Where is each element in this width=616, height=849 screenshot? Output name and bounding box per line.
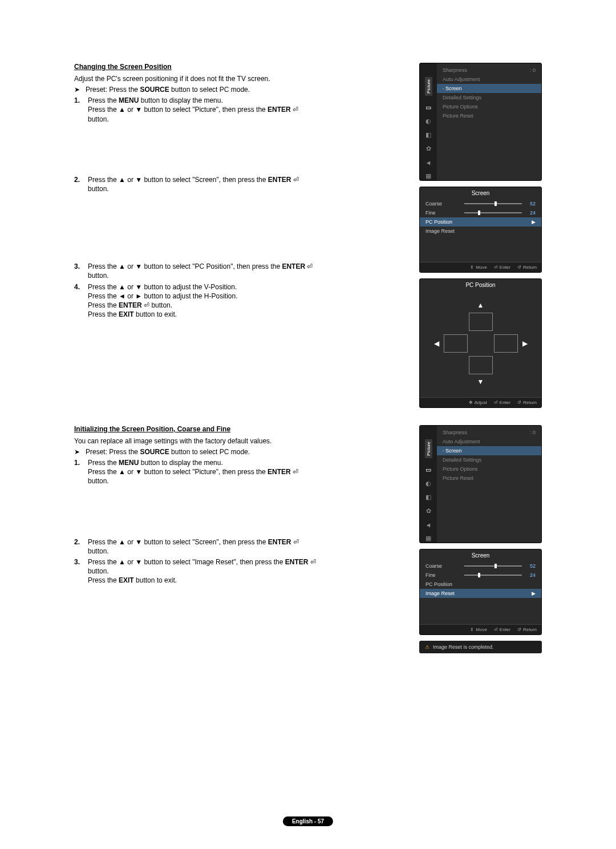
picture-icon[interactable]: ▭ <box>424 466 432 474</box>
osd-item-picture-options[interactable]: Picture Options <box>437 464 541 474</box>
preset-arrow-icon: ➤ <box>74 448 86 456</box>
arrow-up-icon[interactable]: ▲ <box>477 301 484 309</box>
osd-tab-picture[interactable]: Picture <box>425 77 432 96</box>
osd-item-auto-adjustment[interactable]: Auto Adjustment <box>437 437 541 446</box>
enter-icon: ⏎ <box>293 538 299 546</box>
osd-picture-menu-1: Picture ▭ ◐ ◧ ✿ ◄ ▦ Sharpness: 0 Auto Ad… <box>419 63 542 181</box>
section2-preset: ➤ Preset: Press the SOURCE button to sel… <box>74 448 337 456</box>
osd-footer: Move Enter Return <box>420 624 541 634</box>
osd-item-screen[interactable]: Screen <box>437 84 541 93</box>
osd-image-reset[interactable]: Image Reset <box>420 227 541 236</box>
slider-knob[interactable] <box>495 201 497 206</box>
section2-intro: You can replace all image settings with … <box>74 436 337 446</box>
osd-sidebar: Picture ▭ ◐ ◧ ✿ ◄ ▦ <box>420 63 437 180</box>
osd-picture-menu-2: Picture ▭ ◐ ◧ ✿ ◄ ▦ Sharpness: 0 Auto Ad… <box>419 425 542 543</box>
slider-track[interactable] <box>464 565 522 567</box>
warning-icon: ⚠ <box>425 644 429 650</box>
osd-tab-picture[interactable]: Picture <box>425 439 432 458</box>
section-initializing: Initializing the Screen Position, Coarse… <box>74 425 542 653</box>
toast-image-reset-completed: ⚠ Image Reset is completed. <box>419 641 542 653</box>
channel-icon[interactable]: ◧ <box>424 494 432 502</box>
manual-page: Changing the Screen Position Adjust the … <box>0 0 616 849</box>
arrow-left-icon[interactable]: ◀ <box>434 339 439 347</box>
osd-pc-position[interactable]: PC Position <box>420 580 541 589</box>
pcpos-left-rect <box>444 334 468 353</box>
osd-sidebar: Picture ▭ ◐ ◧ ✿ ◄ ▦ <box>420 426 437 543</box>
slider-knob[interactable] <box>478 573 480 577</box>
section1-preset: ➤ Preset: Press the SOURCE button to sel… <box>74 86 337 94</box>
preset-text: Preset: Press the SOURCE button to selec… <box>86 448 250 456</box>
arrow-down-icon[interactable]: ▼ <box>477 378 484 386</box>
app-icon[interactable]: ▦ <box>424 172 432 180</box>
channel-icon[interactable]: ◧ <box>424 131 432 139</box>
preset-arrow-icon: ➤ <box>74 86 86 94</box>
enter-icon: ⏎ <box>293 468 298 476</box>
enter-icon: ⏎ <box>310 558 316 566</box>
osd-item-detailed-settings[interactable]: Detailed Settings <box>437 93 541 102</box>
input-icon[interactable]: ◄ <box>424 159 432 167</box>
section2-step3: 3. Press the ▲ or ▼ button to select "Im… <box>74 557 337 585</box>
slider-track[interactable] <box>464 212 522 213</box>
section1-step3: 3. Press the ▲ or ▼ button to select "PC… <box>74 262 337 280</box>
osd-fine-slider[interactable]: Fine 24 <box>420 208 541 217</box>
chevron-right-icon: ▶ <box>532 219 536 225</box>
osd-screen-title: Screen <box>420 187 541 198</box>
slider-knob[interactable] <box>495 564 497 568</box>
osd-screen-menu-1: Screen Coarse 52 Fine 24 PC Position ▶ <box>419 187 542 273</box>
section2-step1: 1. Press the MENU button to display the … <box>74 458 337 486</box>
preset-text: Preset: Press the SOURCE button to selec… <box>86 86 250 94</box>
input-icon[interactable]: ◄ <box>424 521 432 529</box>
osd-item-auto-adjustment[interactable]: Auto Adjustment <box>437 75 541 84</box>
slider-track[interactable] <box>464 575 522 576</box>
enter-icon: ⏎ <box>307 262 313 270</box>
section1-step4: 4. Press the ▲ or ▼ button to adjust the… <box>74 282 337 320</box>
section2-step2: 2. Press the ▲ or ▼ button to select "Sc… <box>74 537 337 556</box>
section1-step1: 1. Press the MENU button to display the … <box>74 96 337 124</box>
osd-pc-position-panel: PC Position ▲ ◀ ▶ ▼ <box>419 278 542 408</box>
picture-icon[interactable]: ▭ <box>424 104 432 112</box>
osd-fine-slider[interactable]: Fine 24 <box>420 571 541 580</box>
osd-coarse-slider[interactable]: Coarse 52 <box>420 199 541 208</box>
sound-icon[interactable]: ◐ <box>424 118 432 126</box>
arrow-right-icon[interactable]: ▶ <box>522 339 528 347</box>
osd-footer: Move Enter Return <box>420 262 541 272</box>
pcpos-top-rect <box>469 313 493 331</box>
section-changing-position: Changing the Screen Position Adjust the … <box>74 63 542 414</box>
enter-icon: ⏎ <box>144 301 149 309</box>
enter-icon: ⏎ <box>293 176 299 184</box>
osd-item-sharpness[interactable]: Sharpness: 0 <box>437 66 541 75</box>
section1-title: Changing the Screen Position <box>74 63 337 71</box>
osd-item-picture-reset[interactable]: Picture Reset <box>437 474 541 483</box>
slider-track[interactable] <box>464 203 522 204</box>
osd-pcpos-title: PC Position <box>420 279 541 290</box>
pcpos-right-rect <box>494 334 518 353</box>
pcpos-bottom-rect <box>469 356 493 374</box>
app-icon[interactable]: ▦ <box>424 535 432 543</box>
section1-intro: Adjust the PC's screen positioning if it… <box>74 74 337 83</box>
sound-icon[interactable]: ◐ <box>424 480 432 488</box>
chevron-right-icon: ▶ <box>532 591 536 596</box>
osd-coarse-slider[interactable]: Coarse 52 <box>420 561 541 571</box>
slider-knob[interactable] <box>478 211 480 215</box>
osd-item-sharpness[interactable]: Sharpness: 0 <box>437 428 541 437</box>
enter-icon: ⏎ <box>293 106 298 114</box>
setup-icon[interactable]: ✿ <box>424 145 432 153</box>
section1-step2: 2. Press the ▲ or ▼ button to select "Sc… <box>74 175 337 193</box>
osd-footer: Adjust Enter Return <box>420 397 541 407</box>
osd-item-detailed-settings[interactable]: Detailed Settings <box>437 455 541 464</box>
osd-item-screen[interactable]: Screen <box>437 446 541 455</box>
setup-icon[interactable]: ✿ <box>424 507 432 515</box>
osd-image-reset[interactable]: Image Reset ▶ <box>420 589 541 598</box>
osd-screen-title: Screen <box>420 549 541 560</box>
osd-item-picture-options[interactable]: Picture Options <box>437 102 541 111</box>
osd-item-picture-reset[interactable]: Picture Reset <box>437 111 541 120</box>
section2-title: Initializing the Screen Position, Coarse… <box>74 425 337 433</box>
page-number: English - 57 <box>283 816 333 826</box>
osd-pc-position[interactable]: PC Position ▶ <box>420 217 541 227</box>
osd-screen-menu-2: Screen Coarse 52 Fine 24 PC Position <box>419 549 542 635</box>
